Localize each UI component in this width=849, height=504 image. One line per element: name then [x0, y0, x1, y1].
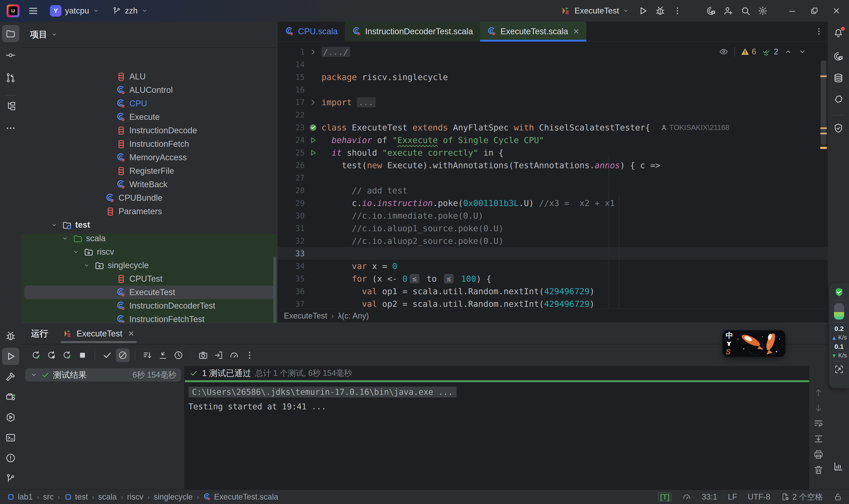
test-passed-gutter-icon[interactable] — [305, 123, 322, 132]
ime-status-widget[interactable]: 中 S — [723, 330, 785, 357]
scroll-to-end-button[interactable] — [813, 434, 824, 444]
stripe-item-version-control[interactable] — [2, 470, 19, 487]
tree-item-test[interactable]: test — [24, 218, 275, 232]
print-button[interactable] — [813, 449, 824, 460]
stripe-item-build[interactable] — [2, 368, 19, 385]
warning-stripe-mark[interactable] — [820, 75, 827, 77]
tree-item-Parameters[interactable]: Parameters — [24, 205, 275, 218]
line-number[interactable]: 32 — [278, 236, 305, 245]
stop-button[interactable] — [76, 348, 89, 362]
line-number[interactable]: 31 — [278, 224, 305, 233]
status-crumb-test[interactable]: test — [64, 492, 88, 502]
tree-item-MemoryAccess[interactable]: MemoryAccess — [24, 151, 275, 164]
fold-arrow-icon[interactable] — [305, 98, 322, 107]
line-number[interactable]: 1 — [278, 48, 305, 56]
tree-item-WriteBack[interactable]: WriteBack — [24, 178, 275, 191]
line-number[interactable]: 33 — [278, 249, 305, 258]
project-panel-header[interactable]: 项目 — [21, 22, 278, 48]
status-crumb-singlecycle[interactable]: singlecycle — [153, 492, 193, 502]
line-number[interactable]: 17 — [278, 98, 305, 107]
line-number[interactable]: 35 — [278, 274, 305, 283]
status-crumb-src[interactable]: src — [43, 492, 54, 502]
chevron-down-icon[interactable] — [60, 235, 70, 242]
tree-item-CPUTest[interactable]: CPUTest — [24, 272, 275, 286]
collapse-all-button[interactable] — [156, 348, 170, 362]
tree-item-CPU[interactable]: CPU — [24, 97, 275, 110]
reader-mode-icon[interactable] — [719, 47, 729, 57]
line-number[interactable]: 29 — [278, 199, 305, 208]
prev-problem-icon[interactable] — [784, 48, 792, 56]
project-widget[interactable]: Y yatcpu — [47, 3, 102, 19]
status-crumb-scala[interactable]: scala — [98, 492, 117, 502]
stripe-item-plugin-hexagon[interactable] — [830, 91, 847, 109]
console-command-line[interactable]: C:\Users\26586\.jdks\temurin-17.0.16\bin… — [188, 386, 456, 397]
stripe-item-structure[interactable] — [2, 97, 19, 115]
warning-stripe-mark[interactable] — [820, 133, 827, 134]
stripe-item-pull-requests[interactable] — [2, 69, 19, 86]
indent-setting[interactable]: 2 个空格 — [781, 492, 823, 502]
run-test-gutter-icon[interactable] — [305, 136, 322, 144]
line-number[interactable]: 14 — [278, 60, 305, 69]
tree-item-CPUBundle[interactable]: CPUBundle — [24, 191, 275, 205]
stripe-item-services[interactable] — [2, 389, 19, 406]
line-number[interactable]: 36 — [278, 287, 305, 296]
close-button[interactable] — [827, 3, 846, 19]
stripe-item-more-tools[interactable] — [2, 120, 19, 137]
show-passed-button[interactable] — [101, 348, 114, 362]
chevron-down-icon[interactable] — [82, 262, 91, 269]
lock-icon[interactable] — [833, 492, 842, 501]
type-aware-badge[interactable]: [T] — [658, 492, 672, 502]
test-results-row[interactable]: 测试结果 6秒 154毫秒 — [25, 368, 181, 381]
stripe-item-terminal[interactable] — [2, 429, 19, 446]
stripe-item-diagrams[interactable] — [830, 458, 847, 475]
code-with-me-button[interactable] — [721, 4, 735, 18]
chevron-down-icon[interactable] — [71, 249, 80, 255]
stripe-item-debug[interactable] — [2, 327, 19, 345]
more-actions-button[interactable] — [670, 4, 685, 18]
show-inline-statistics-button[interactable] — [171, 348, 185, 362]
stripe-item-run[interactable] — [2, 348, 19, 365]
line-number[interactable]: 23 — [278, 123, 305, 132]
restore-button[interactable] — [805, 3, 824, 19]
ai-assistant-button[interactable] — [704, 4, 718, 18]
tree-item-scala[interactable]: scala — [24, 232, 275, 245]
scroll-down-button[interactable] — [813, 403, 824, 413]
tree-item-riscv[interactable]: riscv — [24, 245, 275, 259]
import-tests-button[interactable] — [212, 348, 225, 362]
system-monitor-widget[interactable]: 0.2 ▲K/s 0.1 ▼K/s — [829, 283, 849, 388]
typos-counter[interactable]: 2 — [762, 47, 778, 57]
vcs-widget[interactable]: zzh — [109, 4, 151, 18]
main-menu-button[interactable] — [26, 4, 40, 18]
stripe-item-dependency-checker[interactable] — [830, 120, 847, 137]
settings-button[interactable] — [756, 4, 770, 18]
line-number[interactable]: 28 — [278, 186, 305, 195]
tree-item-singlecycle[interactable]: singlecycle — [24, 259, 275, 272]
run-tab-executetest[interactable]: ExecuteTest ✕ — [60, 323, 137, 344]
tree-item-InstructionDecode[interactable]: InstructionDecode — [24, 124, 275, 137]
stripe-item-notifications[interactable] — [830, 24, 847, 42]
line-ending[interactable]: LF — [728, 492, 737, 502]
stripe-item-database[interactable] — [830, 69, 847, 87]
fold-arrow-icon[interactable] — [305, 48, 322, 56]
line-number[interactable]: 22 — [278, 110, 305, 119]
warning-stripe-mark[interactable] — [820, 147, 827, 149]
line-number[interactable]: 24 — [278, 136, 305, 145]
run-button[interactable] — [636, 4, 650, 18]
line-number[interactable]: 37 — [278, 300, 305, 308]
file-encoding[interactable]: UTF-8 — [748, 492, 770, 502]
tree-item-ALU[interactable]: ALU — [24, 70, 275, 83]
stripe-item-profiler[interactable] — [2, 409, 19, 426]
close-tab-icon[interactable]: ✕ — [128, 329, 134, 338]
rerun-auto-button[interactable] — [60, 348, 74, 362]
memory-gauge-icon[interactable] — [682, 492, 691, 501]
editor-tab-CPU.scala[interactable]: CPU.scala — [278, 22, 345, 41]
sort-by-duration-button[interactable] — [141, 348, 154, 362]
stripe-item-ai-assistant[interactable] — [830, 48, 847, 65]
coverage-button[interactable] — [227, 348, 241, 362]
line-number[interactable]: 34 — [278, 262, 305, 271]
show-ignored-button[interactable] — [116, 348, 130, 362]
minimize-button[interactable] — [783, 3, 802, 19]
tree-item-RegisterFile[interactable]: RegisterFile — [24, 164, 275, 178]
run-configuration-selector[interactable]: ExecuteTest — [557, 4, 633, 18]
project-tree-scrollbar[interactable] — [273, 256, 276, 323]
